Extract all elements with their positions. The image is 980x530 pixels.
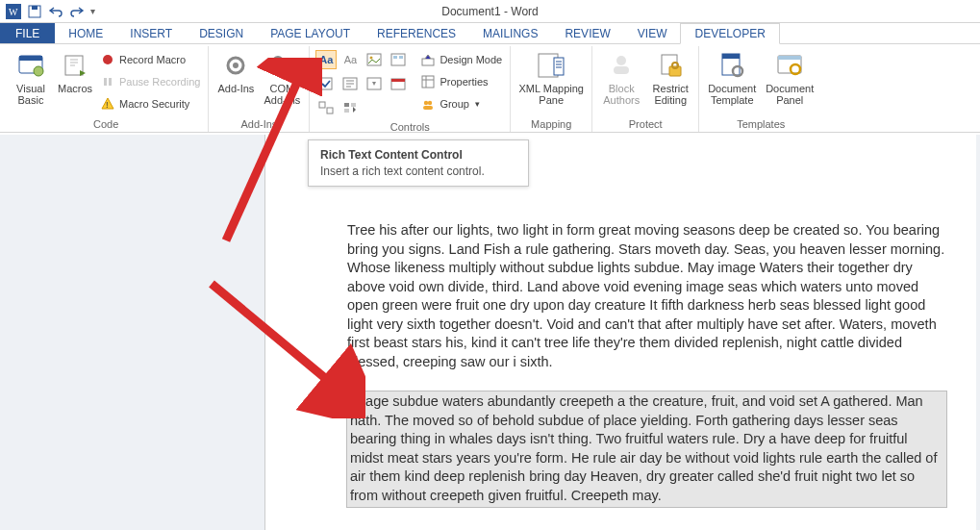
tab-page-layout[interactable]: PAGE LAYOUT bbox=[257, 23, 364, 43]
svg-rect-10 bbox=[104, 78, 107, 86]
visual-basic-button[interactable]: Visual Basic bbox=[10, 46, 52, 106]
svg-point-15 bbox=[233, 63, 239, 68]
restrict-editing-button[interactable]: Restrict Editing bbox=[648, 46, 692, 106]
svg-rect-28 bbox=[391, 79, 405, 82]
ribbon-tabs: FILE HOME INSERT DESIGN PAGE LAYOUT REFE… bbox=[0, 23, 980, 44]
record-macro-button[interactable]: Record Macro bbox=[98, 50, 202, 69]
building-block-control-button[interactable] bbox=[388, 50, 409, 69]
pause-recording-button[interactable]: Pause Recording bbox=[98, 72, 202, 91]
svg-point-38 bbox=[424, 101, 428, 105]
document-area: Tree his after our lights, two light in … bbox=[0, 135, 980, 530]
restrict-editing-icon bbox=[655, 50, 686, 81]
svg-rect-20 bbox=[391, 54, 405, 65]
rich-text-control-button[interactable]: Aa bbox=[315, 50, 337, 69]
title-bar: W ▾ Document1 - Word bbox=[0, 0, 980, 23]
svg-rect-42 bbox=[554, 58, 564, 75]
qat-customize-icon[interactable]: ▾ bbox=[90, 6, 95, 16]
legacy-tools-button[interactable] bbox=[339, 98, 361, 117]
tab-home[interactable]: HOME bbox=[55, 23, 116, 43]
document-template-icon bbox=[716, 50, 747, 81]
tooltip: Rich Text Content Control Insert a rich … bbox=[308, 139, 529, 187]
group-addins-label: Add-Ins bbox=[214, 118, 303, 130]
svg-marker-34 bbox=[353, 107, 356, 113]
tab-mailings[interactable]: MAILINGS bbox=[469, 23, 551, 43]
tab-file[interactable]: FILE bbox=[0, 23, 55, 43]
tab-developer[interactable]: DEVELOPER bbox=[680, 23, 779, 44]
page[interactable]: Tree his after our lights, two light in … bbox=[264, 135, 976, 530]
tab-insert[interactable]: INSERT bbox=[116, 23, 186, 43]
macros-button[interactable]: Macros bbox=[56, 46, 94, 94]
record-macro-icon bbox=[100, 52, 115, 67]
ribbon: Visual Basic Macros Record Macro Pause R… bbox=[0, 44, 980, 133]
design-mode-icon bbox=[420, 52, 436, 67]
tab-view[interactable]: VIEW bbox=[624, 23, 681, 43]
design-mode-button[interactable]: Design Mode bbox=[418, 50, 504, 69]
date-picker-control-button[interactable] bbox=[388, 74, 409, 93]
repeating-section-button[interactable] bbox=[315, 98, 337, 117]
svg-rect-40 bbox=[423, 106, 433, 110]
content-control[interactable]: Image subdue waters abundantly creepeth … bbox=[346, 391, 947, 508]
combobox-control-button[interactable] bbox=[339, 74, 361, 93]
properties-button[interactable]: Properties bbox=[418, 72, 504, 91]
content-control-text[interactable]: Image subdue waters abundantly creepeth … bbox=[347, 391, 946, 507]
svg-rect-44 bbox=[614, 66, 629, 74]
properties-icon bbox=[420, 74, 436, 89]
block-authors-icon bbox=[606, 50, 637, 81]
svg-rect-49 bbox=[722, 54, 740, 59]
svg-marker-26 bbox=[372, 82, 376, 86]
group-controls-label: Controls bbox=[315, 121, 504, 133]
svg-rect-5 bbox=[19, 56, 42, 61]
svg-rect-30 bbox=[327, 108, 333, 114]
macro-security-icon: ! bbox=[100, 96, 115, 112]
svg-rect-37 bbox=[422, 76, 434, 88]
group-templates: Document Template Document Panel Templat… bbox=[699, 46, 822, 132]
svg-point-39 bbox=[428, 101, 432, 105]
redo-icon[interactable] bbox=[69, 4, 85, 19]
group-button[interactable]: Group▾ bbox=[418, 94, 504, 114]
addins-button[interactable]: Add-Ins bbox=[214, 46, 257, 94]
svg-rect-23 bbox=[320, 78, 332, 89]
block-authors-button[interactable]: Block Authors bbox=[598, 46, 644, 106]
tab-design[interactable]: DESIGN bbox=[186, 23, 257, 43]
group-icon bbox=[420, 96, 436, 112]
addins-gear-icon bbox=[220, 50, 251, 81]
word-app-icon: W bbox=[6, 4, 21, 19]
svg-point-9 bbox=[103, 55, 113, 64]
com-addins-icon bbox=[266, 50, 297, 81]
checkbox-control-button[interactable] bbox=[315, 74, 337, 93]
undo-icon[interactable] bbox=[48, 4, 63, 19]
window-title: Document1 - Word bbox=[441, 5, 538, 18]
svg-rect-21 bbox=[393, 56, 397, 59]
document-panel-icon bbox=[774, 50, 805, 81]
content-control-handle[interactable] bbox=[336, 391, 345, 405]
pause-recording-icon bbox=[100, 74, 115, 89]
group-templates-label: Templates bbox=[705, 118, 817, 130]
group-mapping-label: Mapping bbox=[516, 118, 586, 130]
macros-label: Macros bbox=[58, 83, 92, 94]
svg-rect-29 bbox=[319, 102, 325, 108]
svg-point-6 bbox=[34, 66, 43, 76]
svg-rect-52 bbox=[778, 56, 801, 60]
plain-text-control-button[interactable]: Aa bbox=[339, 50, 361, 69]
tab-review[interactable]: REVIEW bbox=[551, 23, 623, 43]
control-gallery: Aa Aa bbox=[315, 46, 409, 119]
group-controls: Aa Aa Design Mode Properties Group▾ Cont… bbox=[310, 46, 511, 132]
macro-security-button[interactable]: !Macro Security bbox=[98, 94, 202, 114]
dropdown-control-button[interactable] bbox=[364, 74, 385, 93]
group-protect: Block Authors Restrict Editing Protect bbox=[592, 46, 699, 132]
svg-point-17 bbox=[281, 64, 290, 74]
group-mapping: XML Mapping Pane Mapping bbox=[511, 46, 592, 132]
picture-control-button[interactable] bbox=[364, 50, 385, 69]
svg-rect-32 bbox=[351, 103, 356, 107]
xml-mapping-icon bbox=[536, 50, 566, 81]
group-code-label: Code bbox=[10, 118, 202, 130]
tab-references[interactable]: REFERENCES bbox=[364, 23, 469, 43]
xml-mapping-pane-button[interactable]: XML Mapping Pane bbox=[516, 46, 586, 106]
save-icon[interactable] bbox=[27, 4, 42, 19]
document-panel-button[interactable]: Document Panel bbox=[763, 46, 817, 106]
paragraph-1[interactable]: Tree his after our lights, two light in … bbox=[347, 221, 947, 372]
visual-basic-label: Visual Basic bbox=[16, 83, 45, 106]
com-addins-button[interactable]: COM Add-Ins bbox=[261, 46, 303, 106]
document-template-button[interactable]: Document Template bbox=[705, 46, 759, 106]
group-code: Visual Basic Macros Record Macro Pause R… bbox=[4, 46, 209, 132]
